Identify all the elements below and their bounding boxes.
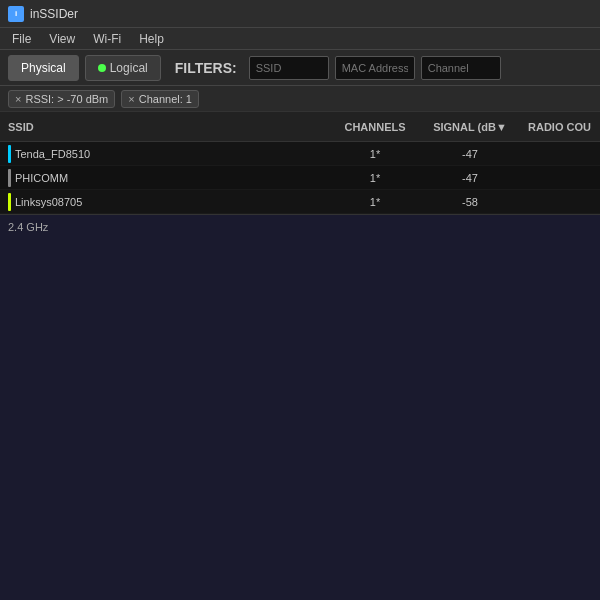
channel-filter-input[interactable] (421, 56, 501, 80)
menu-bar: File View Wi-Fi Help (0, 28, 600, 50)
table-row[interactable]: PHICOMM 1* -47 (0, 166, 600, 190)
toolbar: Physical Logical FILTERS: (0, 50, 600, 86)
mac-filter-input[interactable] (335, 56, 415, 80)
app-title: inSSIDer (30, 7, 78, 21)
ssid-filter-input[interactable] (249, 56, 329, 80)
filter-tag-rssi[interactable]: × RSSI: > -70 dBm (8, 90, 115, 108)
cell-channel: 1* (330, 172, 420, 184)
remove-channel-filter[interactable]: × (128, 93, 134, 105)
menu-view[interactable]: View (41, 30, 83, 48)
table-header: SSID CHANNELS SIGNAL (dB▼ RADIO COU (0, 112, 600, 142)
col-ssid: SSID (0, 121, 330, 133)
cell-ssid: PHICOMM (0, 169, 330, 187)
row-indicator (8, 145, 11, 163)
logical-dot (98, 64, 106, 72)
cell-signal: -47 (420, 148, 520, 160)
menu-wifi[interactable]: Wi-Fi (85, 30, 129, 48)
row-indicator (8, 193, 11, 211)
col-channels: CHANNELS (330, 121, 420, 133)
physical-tab[interactable]: Physical (8, 55, 79, 81)
chart-title: 2.4 GHz (8, 221, 48, 233)
cell-signal: -58 (420, 196, 520, 208)
menu-help[interactable]: Help (131, 30, 172, 48)
row-indicator (8, 169, 11, 187)
remove-rssi-filter[interactable]: × (15, 93, 21, 105)
logical-tab[interactable]: Logical (85, 55, 161, 81)
cell-channel: 1* (330, 148, 420, 160)
cell-signal: -47 (420, 172, 520, 184)
cell-channel: 1* (330, 196, 420, 208)
table-body: Tenda_FD8510 1* -47 PHICOMM 1* -47 Links… (0, 142, 600, 214)
app-icon: i (8, 6, 24, 22)
table-row[interactable]: Tenda_FD8510 1* -47 (0, 142, 600, 166)
title-bar: i inSSIDer (0, 0, 600, 28)
table-row[interactable]: Linksys08705 1* -58 (0, 190, 600, 214)
cell-ssid: Linksys08705 (0, 193, 330, 211)
network-table: SSID CHANNELS SIGNAL (dB▼ RADIO COU Tend… (0, 112, 600, 215)
menu-file[interactable]: File (4, 30, 39, 48)
active-filters-bar: × RSSI: > -70 dBm × Channel: 1 (0, 86, 600, 112)
col-signal: SIGNAL (dB▼ (420, 121, 520, 133)
filter-tag-channel[interactable]: × Channel: 1 (121, 90, 199, 108)
filters-label: FILTERS: (175, 60, 237, 76)
col-radio: RADIO COU (520, 121, 600, 133)
cell-ssid: Tenda_FD8510 (0, 145, 330, 163)
